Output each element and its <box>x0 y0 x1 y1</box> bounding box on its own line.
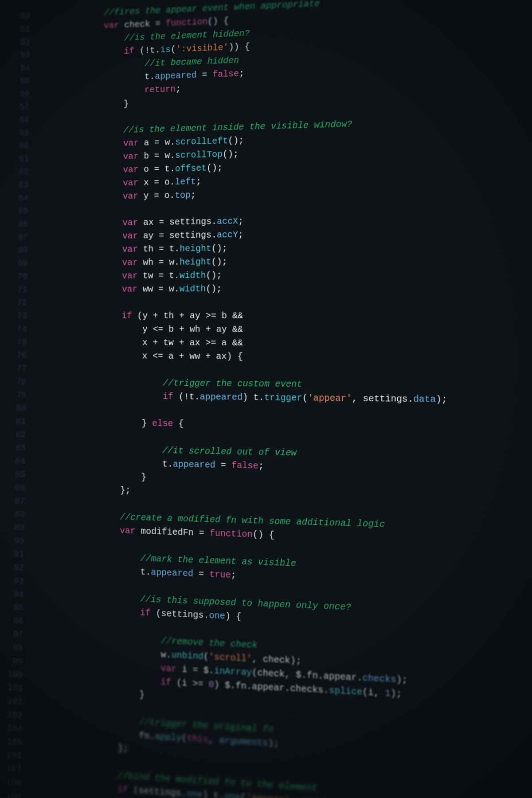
token-id: w. <box>161 649 172 661</box>
token-op: (i >= <box>171 677 209 690</box>
line-number: 108 <box>0 775 21 790</box>
token-id: i <box>176 664 192 675</box>
line-number: 61 <box>8 153 29 166</box>
token-id: x <box>138 177 154 188</box>
line-number: 84 <box>4 454 25 468</box>
token-id: a <box>139 137 154 148</box>
token-fn: height <box>180 257 211 267</box>
token-kw: function <box>166 16 208 28</box>
line-number: 62 <box>8 165 28 179</box>
token-op: ); <box>391 688 402 700</box>
line-number: 64 <box>8 192 29 205</box>
line-number: 75 <box>6 336 27 349</box>
token-op: } <box>141 418 152 429</box>
token-op: ) t. <box>243 392 264 403</box>
line-number: 50 <box>10 10 31 23</box>
token-kw: var <box>123 151 139 162</box>
token-fn: height <box>180 243 211 254</box>
token-str: 'scroll' <box>209 652 252 664</box>
token-op: ) { <box>225 611 242 622</box>
token-id: tw <box>137 270 158 281</box>
line-number: 86 <box>4 481 25 495</box>
line-number: 77 <box>5 362 27 376</box>
line-number: 93 <box>3 574 24 588</box>
token-id: o <box>138 164 154 175</box>
token-id: y <box>138 191 154 201</box>
line-number: 103 <box>1 708 22 722</box>
token-op: , check); <box>252 653 301 666</box>
token-kw: if <box>124 46 134 56</box>
token-fn: scrollLeft <box>175 136 228 147</box>
code-line <box>40 295 532 310</box>
token-kw: if <box>160 677 171 688</box>
line-number: 53 <box>9 49 30 63</box>
line-number: 78 <box>5 376 27 389</box>
token-id: fn. <box>139 730 155 742</box>
code-editor[interactable]: 5051525354555657585960616263646566676869… <box>0 0 532 798</box>
line-number: 90 <box>3 534 24 548</box>
token-op: () { <box>253 529 274 540</box>
token-fn: splice <box>329 685 363 697</box>
token-bl: accX <box>217 216 238 227</box>
token-kw: false <box>212 69 239 80</box>
line-number: 72 <box>6 297 27 310</box>
token-op: ; <box>176 84 181 94</box>
token-op: = settings. <box>159 216 217 227</box>
token-op: = <box>193 568 209 579</box>
token-num: 0 <box>209 679 214 690</box>
token-op: ; <box>231 570 236 580</box>
token-id: check <box>119 19 156 30</box>
token-op: = w. <box>154 150 175 161</box>
token-op: = <box>155 18 166 29</box>
token-op: = <box>215 460 231 470</box>
line-number: 60 <box>8 140 29 153</box>
code-line: x + tw + ax >= a && <box>39 336 532 351</box>
line-number: 83 <box>4 441 26 455</box>
line-number: 73 <box>6 309 27 323</box>
token-bl: appeared <box>155 70 196 82</box>
line-number: 95 <box>2 601 23 615</box>
token-fn: width <box>180 270 206 281</box>
token-op: = settings. <box>159 230 217 241</box>
token-op: ); <box>396 674 408 686</box>
line-number: 97 <box>2 627 23 642</box>
token-op: , settings. <box>352 393 413 404</box>
token-bl: arguments <box>219 735 268 748</box>
token-kw: var <box>122 284 137 294</box>
token-op: (y + th + ay >= b && <box>132 311 243 321</box>
token-op: = w. <box>154 137 175 148</box>
line-number: 74 <box>6 323 27 336</box>
line-number: 76 <box>5 349 27 362</box>
token-op: ; <box>238 216 243 226</box>
token-op: (); <box>228 135 244 146</box>
token-kw: this <box>187 733 208 745</box>
token-bl: accY <box>217 230 238 240</box>
token-op: () { <box>207 16 229 27</box>
line-number: 98 <box>2 641 23 655</box>
line-number: 101 <box>1 681 23 696</box>
token-kw: if <box>163 391 173 402</box>
token-cm: //trigger the custom event <box>163 378 302 389</box>
line-number: 67 <box>7 231 28 244</box>
token-kw: var <box>122 271 137 281</box>
line-number: 52 <box>9 35 30 49</box>
token-kw: var <box>123 138 139 149</box>
code-area[interactable]: //fires the appear event when appropriat… <box>30 0 532 798</box>
token-op: (); <box>207 163 223 173</box>
token-bl: appeared <box>173 459 215 470</box>
token-id: ax <box>138 217 159 228</box>
token-op: ; <box>191 190 196 200</box>
token-fn: trigger <box>264 392 302 403</box>
token-op: } <box>139 689 145 700</box>
token-op: = t. <box>154 164 175 174</box>
token-op: ; <box>238 230 243 240</box>
token-op: (settings. <box>128 785 187 798</box>
token-kw: var <box>120 525 136 536</box>
token-op: ( <box>171 44 176 55</box>
token-op: (); <box>211 257 227 267</box>
token-kw: true <box>209 569 231 580</box>
line-number: 91 <box>3 548 24 562</box>
token-fn: scrollTop <box>175 149 223 161</box>
token-op: (!t. <box>134 45 160 56</box>
token-op: } <box>124 99 129 109</box>
